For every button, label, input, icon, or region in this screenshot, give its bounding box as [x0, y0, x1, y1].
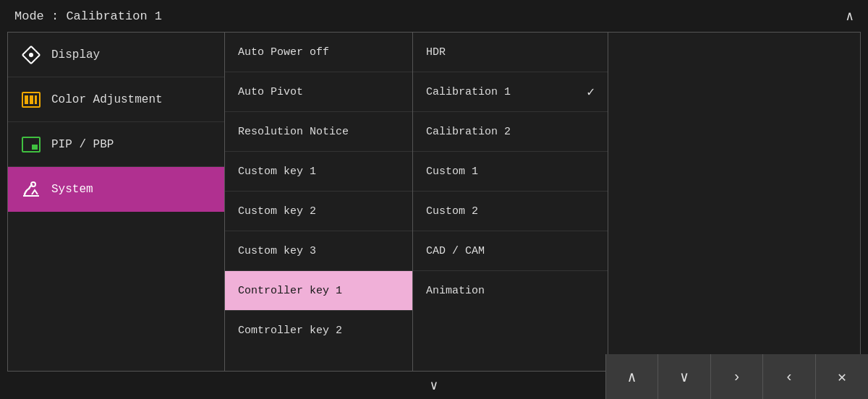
pip-pbp-icon — [21, 134, 41, 155]
sub-item-auto-pivot-label: Auto Pivot — [238, 86, 303, 98]
option-animation[interactable]: Animation — [413, 271, 608, 311]
sidebar-item-color-adjustment-label: Color Adjustment — [51, 93, 163, 106]
option-cad-cam[interactable]: CAD / CAM — [413, 231, 608, 271]
sidebar-item-system-label: System — [51, 183, 93, 196]
sub-item-custom-key-1-label: Custom key 1 — [238, 166, 316, 178]
nav-left-button[interactable]: ‹ — [763, 354, 815, 399]
system-icon — [21, 179, 41, 200]
sidebar-item-color-adjustment[interactable]: Color Adjustment — [8, 77, 224, 122]
option-hdr[interactable]: HDR — [413, 33, 608, 72]
down-arrow: ∨ — [430, 377, 438, 393]
nav-close-button[interactable]: ✕ — [816, 354, 868, 399]
main-container: Mode : Calibration 1 ∧ — [0, 0, 868, 399]
svg-rect-12 — [35, 95, 37, 104]
option-custom-1-label: Custom 1 — [426, 166, 478, 178]
sub-item-comtroller-key-2-label: Comtroller key 2 — [238, 325, 342, 337]
svg-rect-10 — [25, 95, 28, 104]
nav-down-icon: ∨ — [680, 368, 689, 386]
nav-close-group: ✕ — [815, 354, 868, 399]
nav-updown-group: ∧ ∨ — [605, 354, 710, 399]
option-calibration-2-label: Calibration 2 — [426, 126, 511, 138]
sub-item-auto-power-off-label: Auto Power off — [238, 46, 329, 59]
svg-line-5 — [22, 55, 27, 59]
bottom-nav: ∧ ∨ › ‹ ✕ — [605, 354, 868, 399]
option-hdr-label: HDR — [426, 46, 446, 59]
color-adjustment-icon — [21, 90, 41, 110]
sidebar-item-display[interactable]: Display — [8, 33, 224, 77]
sub-item-controller-key-1-label: Controller key 1 — [238, 285, 342, 297]
svg-line-3 — [31, 59, 35, 64]
sidebar-item-display-label: Display — [51, 48, 100, 61]
empty-column — [608, 33, 860, 371]
sidebar-item-pip-pbp-label: PIP / PBP — [51, 138, 114, 151]
sub-item-custom-key-1[interactable]: Custom key 1 — [225, 152, 412, 192]
sub-item-custom-key-2[interactable]: Custom key 2 — [225, 192, 412, 231]
sub-item-resolution-notice[interactable]: Resolution Notice — [225, 112, 412, 152]
sub-item-resolution-notice-label: Resolution Notice — [238, 126, 349, 138]
mode-up-arrow[interactable]: ∧ — [846, 8, 854, 24]
svg-line-2 — [27, 59, 31, 64]
option-animation-label: Animation — [426, 285, 485, 297]
nav-right-icon: › — [732, 369, 741, 385]
svg-rect-11 — [30, 95, 33, 104]
sidebar-item-pip-pbp[interactable]: PIP / PBP — [8, 122, 224, 167]
close-icon: ✕ — [838, 368, 846, 386]
svg-rect-14 — [32, 145, 38, 150]
svg-line-4 — [22, 51, 27, 55]
option-calibration-2[interactable]: Calibration 2 — [413, 112, 608, 152]
sub-item-custom-key-2-label: Custom key 2 — [238, 205, 316, 218]
nav-rightleft-group: › ‹ — [710, 354, 815, 399]
svg-line-0 — [27, 46, 31, 51]
svg-line-6 — [35, 51, 40, 55]
calibration-1-check: ✓ — [587, 84, 595, 100]
sub-item-comtroller-key-2[interactable]: Comtroller key 2 — [225, 311, 412, 351]
sidebar-item-system[interactable]: System — [8, 167, 224, 212]
option-calibration-1[interactable]: Calibration 1 ✓ — [413, 72, 608, 112]
sub-item-custom-key-3-label: Custom key 3 — [238, 245, 316, 257]
menu-area: Display Color Adjustment — [7, 32, 861, 372]
option-custom-2-label: Custom 2 — [426, 205, 478, 218]
option-custom-1[interactable]: Custom 1 — [413, 152, 608, 192]
mode-label: Mode : Calibration 1 — [14, 9, 162, 23]
nav-left-icon: ‹ — [785, 369, 793, 385]
option-cad-cam-label: CAD / CAM — [426, 245, 485, 257]
nav-up-button[interactable]: ∧ — [606, 354, 658, 399]
sub-item-controller-key-1[interactable]: Controller key 1 — [225, 271, 412, 311]
svg-line-7 — [35, 55, 40, 59]
display-icon — [21, 45, 41, 65]
sub-item-auto-pivot[interactable]: Auto Pivot — [225, 72, 412, 112]
main-menu-column: Display Color Adjustment — [8, 33, 225, 371]
sub-item-custom-key-3[interactable]: Custom key 3 — [225, 231, 412, 271]
option-custom-2[interactable]: Custom 2 — [413, 192, 608, 231]
svg-line-1 — [31, 46, 35, 51]
svg-point-15 — [31, 182, 35, 186]
mode-bar: Mode : Calibration 1 ∧ — [0, 0, 868, 32]
sub-menu-column: Auto Power off Auto Pivot Resolution Not… — [225, 33, 413, 371]
options-menu-column: HDR Calibration 1 ✓ Calibration 2 Custom… — [413, 33, 608, 371]
nav-right-button[interactable]: › — [711, 354, 763, 399]
nav-down-button[interactable]: ∨ — [658, 354, 710, 399]
option-calibration-1-label: Calibration 1 — [426, 86, 511, 98]
nav-up-icon: ∧ — [627, 368, 636, 386]
sub-item-auto-power-off[interactable]: Auto Power off — [225, 33, 412, 72]
svg-point-8 — [29, 53, 33, 57]
